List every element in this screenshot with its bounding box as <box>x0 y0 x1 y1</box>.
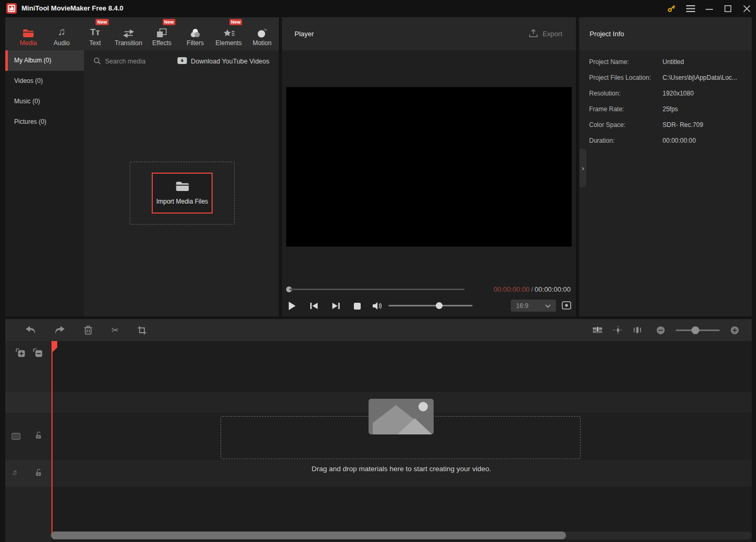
playhead-line[interactable] <box>51 341 52 534</box>
undo-button[interactable] <box>25 326 36 334</box>
media-content-area: Search media Download YouTube Videos Imp… <box>84 50 279 316</box>
license-key-icon[interactable] <box>665 0 678 17</box>
tab-audio[interactable]: ♫ Audio <box>45 17 79 50</box>
sidebar-item-my-album[interactable]: My Album (0) <box>5 50 84 71</box>
frame-rate-row: Frame Rate: 25fps <box>579 101 752 117</box>
minimize-button[interactable] <box>702 0 716 17</box>
tab-text-label: Text <box>89 39 101 47</box>
player-header: Player Export <box>282 17 576 50</box>
timeline-zoom-slider[interactable] <box>676 330 720 331</box>
project-files-location-label: Project Files Location: <box>589 70 651 86</box>
zoom-out-button[interactable] <box>656 326 665 335</box>
stop-button[interactable] <box>354 300 361 312</box>
media-folder-icon <box>23 24 34 38</box>
tab-text[interactable]: New Tт Text <box>78 17 112 50</box>
media-library-panel: Media ♫ Audio New Tт Text Transition New… <box>5 17 279 316</box>
ribbon-tab-bar: Media ♫ Audio New Tт Text Transition New… <box>5 17 279 50</box>
timeline-hint-text: Drag and drop materials here to start cr… <box>51 465 752 473</box>
youtube-download-icon <box>177 57 187 66</box>
tab-transition[interactable]: Transition <box>112 17 145 50</box>
current-time: 00:00:00:00 <box>494 285 530 293</box>
horizontal-scrollbar-thumb[interactable] <box>51 532 566 539</box>
collapse-panel-handle[interactable]: › <box>580 148 586 187</box>
frame-rate-value: 25fps <box>663 101 678 117</box>
export-icon <box>529 29 538 39</box>
zoom-in-button[interactable] <box>730 326 739 335</box>
resolution-label: Resolution: <box>589 86 621 101</box>
download-youtube-button[interactable]: Download YouTube Videos <box>177 55 269 68</box>
horizontal-scrollbar-track[interactable] <box>51 532 752 539</box>
seek-track[interactable] <box>289 289 465 290</box>
time-separator: / <box>530 285 535 293</box>
total-time: 00:00:00:00 <box>534 285 571 293</box>
project-info-header: Project Info <box>579 17 752 50</box>
volume-track[interactable] <box>388 305 472 306</box>
duration-row: Duration: 00:00:00:00 <box>579 133 752 148</box>
audio-track-lane[interactable] <box>51 460 752 487</box>
chevron-down-icon <box>545 302 551 310</box>
export-label: Export <box>542 30 562 38</box>
tab-motion[interactable]: Motion <box>245 17 279 50</box>
search-icon <box>93 57 101 66</box>
color-space-value: SDR- Rec.709 <box>663 117 703 133</box>
maximize-button[interactable] <box>721 0 734 17</box>
aspect-ratio-value: 16:9 <box>516 302 528 310</box>
fit-timeline-icon[interactable] <box>633 326 642 334</box>
redo-button[interactable] <box>55 326 65 334</box>
next-frame-button[interactable] <box>332 300 340 312</box>
import-media-files-button[interactable]: Import Media Files <box>152 173 213 214</box>
track-tools-icon[interactable] <box>592 326 603 334</box>
snap-icon[interactable] <box>613 326 623 334</box>
split-scissors-button[interactable]: ✂ <box>111 326 119 335</box>
previous-frame-button[interactable] <box>310 300 318 312</box>
delete-button[interactable] <box>84 325 92 335</box>
frame-rate-label: Frame Rate: <box>589 101 624 117</box>
timeline-toolbar: ✂ <box>5 319 752 341</box>
menu-hamburger-icon[interactable] <box>684 0 697 17</box>
title-bar: MiniTool MovieMaker Free 8.4.0 <box>0 0 756 17</box>
project-name-value: Untitled <box>663 54 684 70</box>
image-placeholder-icon <box>369 399 434 434</box>
duration-label: Duration: <box>589 133 615 148</box>
playhead-handle[interactable] <box>52 341 57 352</box>
duration-value: 00:00:00:00 <box>663 133 696 148</box>
tab-motion-label: Motion <box>253 39 271 47</box>
audio-track-icon: ♬ <box>12 467 19 476</box>
tab-effects[interactable]: New Effects <box>145 17 179 50</box>
add-track-icon[interactable] <box>16 348 25 359</box>
play-button[interactable] <box>288 300 296 312</box>
player-panel: Player Export 00:00:00:00/00:00:00:00 16… <box>282 17 576 316</box>
tab-elements-label: Elements <box>216 39 242 47</box>
sidebar-item-music[interactable]: Music (0) <box>5 91 84 112</box>
volume-handle[interactable] <box>436 302 443 309</box>
tab-elements[interactable]: New Elements <box>212 17 246 50</box>
tab-transition-label: Transition <box>115 39 142 47</box>
volume-icon[interactable] <box>372 300 383 312</box>
fullscreen-button[interactable] <box>562 301 571 312</box>
track-header-column: ♬ <box>5 341 51 542</box>
import-media-files-label: Import Media Files <box>156 198 208 205</box>
aspect-ratio-select[interactable]: 16:9 <box>511 300 556 312</box>
project-name-row: Project Name: Untitled <box>579 54 752 70</box>
crop-button[interactable] <box>138 326 146 335</box>
remove-track-icon[interactable] <box>33 348 43 359</box>
motion-icon <box>257 24 268 38</box>
export-button[interactable]: Export <box>529 17 562 50</box>
resolution-row: Resolution: 1920x1080 <box>579 86 752 101</box>
project-info-panel: Project Info Project Name: Untitled Proj… <box>579 17 752 316</box>
close-button[interactable] <box>740 0 753 17</box>
audio-track-lock-icon[interactable] <box>35 469 42 479</box>
timeline-zoom-handle[interactable] <box>691 326 699 334</box>
elements-star-icon <box>223 24 235 38</box>
sidebar-item-videos[interactable]: Videos (0) <box>5 71 84 91</box>
tab-filters-label: Filters <box>187 39 204 47</box>
video-track-lock-icon[interactable] <box>35 431 42 441</box>
new-badge: New <box>96 19 109 25</box>
search-input[interactable]: Search media <box>93 55 145 68</box>
new-badge: New <box>163 19 176 25</box>
video-preview <box>286 87 572 247</box>
import-folder-icon <box>175 181 190 194</box>
tab-filters[interactable]: Filters <box>178 17 212 50</box>
sidebar-item-pictures[interactable]: Pictures (0) <box>5 112 84 132</box>
tab-media[interactable]: Media <box>12 17 45 50</box>
